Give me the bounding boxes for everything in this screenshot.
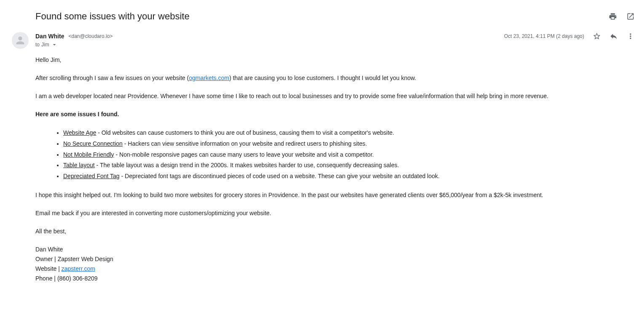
email-subject: Found some issues with your website (35, 11, 609, 22)
more-icon[interactable] (626, 32, 635, 40)
sender-row: Dan White <dan@cloudaro.io> Oct 23, 2021… (35, 32, 635, 40)
message: Dan White <dan@cloudaro.io> Oct 23, 2021… (5, 29, 639, 284)
greeting: Hello Jim, (35, 56, 635, 64)
issue-desc: - The table layout was a design trend in… (95, 162, 399, 168)
issue-desc: - Old websites can cause customers to th… (96, 129, 394, 136)
message-actions: Oct 23, 2021, 4:11 PM (2 days ago) (504, 32, 635, 40)
issue-desc: - Hackers can view sensitive information… (123, 140, 367, 147)
to-prefix: to (35, 42, 40, 48)
p1-text-b: ) that are causing you to lose customers… (229, 75, 416, 81)
issue-term: No Secure Connection (63, 140, 123, 147)
sender-email: <dan@cloudaro.io> (68, 33, 113, 39)
message-body: Dan White <dan@cloudaro.io> Oct 23, 2021… (35, 32, 635, 284)
reply-icon[interactable] (609, 32, 618, 40)
link-ogmarkets[interactable]: ogmarkets.com (189, 75, 229, 81)
sender-name: Dan White (35, 33, 64, 40)
p1-text-a: After scrolling through I saw a few issu… (35, 75, 189, 81)
sig-title: Owner | Zapsterr Web Design (35, 255, 635, 264)
recipient-row[interactable]: to Jim (35, 41, 635, 48)
sig-site-prefix: Website | (35, 265, 62, 272)
list-item: No Secure Connection - Hackers can view … (63, 139, 635, 149)
chevron-down-icon[interactable] (51, 41, 58, 48)
email-body: Hello Jim, After scrolling through I saw… (35, 48, 635, 283)
issue-term: Table layout (63, 162, 95, 168)
avatar (12, 32, 29, 49)
issues-list: Website Age - Old websites can cause cus… (46, 128, 635, 182)
star-icon[interactable] (593, 32, 601, 40)
list-item: Table layout - The table layout was a de… (63, 160, 635, 171)
issue-term: Depreciated Font Tag (63, 173, 120, 179)
link-zapsterr[interactable]: zapsterr.com (62, 265, 95, 272)
message-date: Oct 23, 2021, 4:11 PM (2 days ago) (504, 33, 584, 39)
print-icon[interactable] (609, 12, 617, 21)
avatar-column (12, 32, 35, 284)
issues-heading-text: Here are some issues I found. (35, 111, 119, 117)
issue-desc: - Non-mobile responsive pages can cause … (114, 151, 374, 158)
paragraph-2: I am a web developer located near Provid… (35, 92, 635, 101)
issue-desc: - Depreciated font tags are discontinued… (120, 173, 440, 179)
to-name: Jim (41, 42, 49, 48)
paragraph-3: I hope this insight helped out. I'm look… (35, 191, 635, 200)
issues-heading: Here are some issues I found. (35, 110, 635, 119)
paragraph-4: Email me back if you are interested in c… (35, 209, 635, 218)
paragraph-1: After scrolling through I saw a few issu… (35, 74, 635, 83)
issue-term: Website Age (63, 129, 96, 136)
closing: All the best, (35, 227, 635, 236)
subject-actions (609, 12, 635, 21)
email-view: Found some issues with your website Dan … (0, 8, 644, 284)
sig-name: Dan White (35, 245, 635, 254)
sig-website: Website | zapsterr.com (35, 264, 635, 273)
list-item: Depreciated Font Tag - Depreciated font … (63, 171, 635, 182)
sig-phone: Phone | (860) 306-8209 (35, 274, 635, 283)
issue-term: Not Mobile Friendly (63, 151, 114, 158)
list-item: Website Age - Old websites can cause cus… (63, 128, 635, 138)
open-new-window-icon[interactable] (626, 12, 635, 21)
signature: Dan White Owner | Zapsterr Web Design We… (35, 245, 635, 283)
subject-row: Found some issues with your website (5, 8, 639, 29)
list-item: Not Mobile Friendly - Non-mobile respons… (63, 150, 635, 160)
